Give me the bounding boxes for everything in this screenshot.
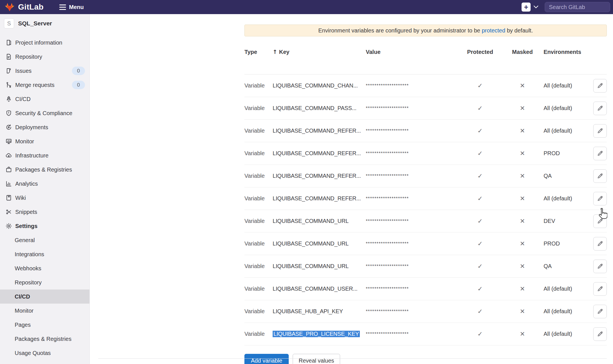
variable-environments: All (default) [544,308,590,315]
variable-row: Variable LIQUIBASE_COMMAND_REFER... ****… [244,142,607,165]
sidebar-item-label: Repository [15,279,89,286]
sidebar-item-monitor[interactable]: Monitor [0,134,89,148]
sidebar-item-merge-requests[interactable]: Merge requests0 [0,78,89,92]
sidebar-item-wiki[interactable]: Wiki [0,191,89,205]
sidebar-item-settings[interactable]: Settings [0,219,89,233]
column-header-environments: Environments [544,49,590,55]
sidebar-item-ci-cd[interactable]: CI/CD [0,92,89,106]
variable-masked-value: ******************** [366,264,459,269]
sidebar-item-infrastructure[interactable]: Infrastructure [0,148,89,163]
scissors-icon [5,208,12,216]
protected-link[interactable]: protected [482,27,505,34]
variable-type: Variable [244,218,273,224]
sidebar-item-security-compliance[interactable]: Security & Compliance [0,106,89,120]
sidebar-item-label: CI/CD [15,96,89,102]
sidebar-item-label: Security & Compliance [15,110,89,117]
sidebar-item-deployments[interactable]: Deployments [0,120,89,134]
new-item-button[interactable]: + [522,3,531,12]
reveal-values-button[interactable]: Reveal values [293,354,340,364]
sidebar-item-settings-monitor[interactable]: Monitor [0,304,89,318]
protected-check-icon: ✓ [478,195,483,202]
column-header-masked: Masked [512,49,533,55]
sidebar-item-issues[interactable]: Issues0 [0,64,89,78]
variable-key: LIQUIBASE_COMMAND_REFER... [273,150,366,157]
variable-environments: QA [544,263,590,269]
edit-variable-button[interactable] [593,102,607,115]
sidebar-item-settings-webhooks[interactable]: Webhooks [0,261,89,275]
hamburger-icon [59,5,66,10]
edit-variable-button[interactable] [593,124,607,138]
sidebar-item-analytics[interactable]: Analytics [0,177,89,191]
masked-x-icon: ✕ [520,285,525,292]
gitlab-logo[interactable]: GitLab [5,2,43,12]
pencil-icon [597,195,603,202]
sidebar-item-project-information[interactable]: Project information [0,36,89,50]
project-avatar: S [4,18,14,28]
protected-check-icon: ✓ [478,172,483,179]
variable-type: Variable [244,128,273,134]
add-variable-button[interactable]: Add variable [244,354,289,364]
pencil-icon [597,263,603,270]
variable-key: LIQUIBASE_COMMAND_REFER... [273,195,366,202]
deploy-icon [5,124,12,131]
new-item-dropdown-chevron[interactable] [533,5,538,9]
gear-icon [5,222,12,230]
sidebar-item-settings-ci-cd[interactable]: CI/CD [0,290,89,304]
edit-variable-button[interactable] [593,237,607,251]
pencil-icon [597,150,603,157]
variable-masked-value: ******************** [366,286,459,292]
sidebar-item-label: Snippets [15,209,89,215]
sidebar-item-label: General [15,237,89,244]
sidebar-item-snippets[interactable]: Snippets [0,205,89,219]
project-header[interactable]: S SQL_Server [0,14,89,32]
sidebar-item-repository[interactable]: Repository [0,50,89,64]
edit-variable-button[interactable] [593,192,607,205]
pencil-icon [597,218,603,225]
edit-variable-button[interactable] [593,327,607,341]
masked-x-icon: ✕ [520,240,525,247]
column-header-type: Type [244,49,273,55]
pencil-icon [597,173,603,179]
column-header-key[interactable]: ↑ Key [273,49,366,55]
sidebar-item-settings-usage-quotas[interactable]: Usage Quotas [0,346,89,360]
sidebar-item-settings-repository[interactable]: Repository [0,275,89,290]
doc-icon [5,53,12,60]
edit-variable-button[interactable] [593,214,607,228]
sidebar-item-settings-general[interactable]: General [0,233,89,247]
variable-key: LIQUIBASE_COMMAND_URL [273,240,366,247]
sidebar-item-packages-registries[interactable]: Packages & Registries [0,163,89,177]
sidebar-item-label: Packages & Registries [15,166,89,173]
protected-check-icon: ✓ [478,263,483,270]
edit-variable-button[interactable] [593,147,607,160]
edit-variable-button[interactable] [593,169,607,183]
sidebar-item-settings-pages[interactable]: Pages [0,318,89,332]
protected-check-icon: ✓ [478,127,483,134]
variable-key: LIQUIBASE_COMMAND_PASS... [273,105,366,111]
variable-environments: All (default) [544,195,590,202]
variable-environments: PROD [544,240,590,247]
variable-type: Variable [244,105,273,111]
project-name: SQL_Server [18,20,52,27]
protected-check-icon: ✓ [478,308,483,315]
edit-variable-button[interactable] [593,260,607,273]
sidebar-item-label: Packages & Registries [15,336,89,342]
edit-variable-button[interactable] [593,305,607,318]
sidebar-item-label: Repository [15,54,89,60]
masked-x-icon: ✕ [520,172,525,179]
edit-variable-button[interactable] [593,282,607,296]
variable-masked-value: ******************** [366,309,459,314]
sidebar-item-settings-packages-registries[interactable]: Packages & Registries [0,332,89,346]
variable-type: Variable [244,82,273,89]
edit-variable-button[interactable] [593,79,607,93]
merge-icon [5,81,12,89]
variable-row: Variable LIQUIBASE_COMMAND_PASS... *****… [244,97,607,120]
sidebar-item-settings-integrations[interactable]: Integrations [0,247,89,261]
variable-masked-value: ******************** [366,331,459,337]
sidebar-item-label: Project information [15,40,89,46]
sidebar-item-label: Webhooks [15,265,89,272]
menu-button[interactable]: Menu [59,4,84,10]
sidebar-item-label: CI/CD [15,293,89,300]
search-input[interactable] [545,2,610,12]
protected-check-icon: ✓ [478,218,483,225]
variable-type: Variable [244,331,273,337]
